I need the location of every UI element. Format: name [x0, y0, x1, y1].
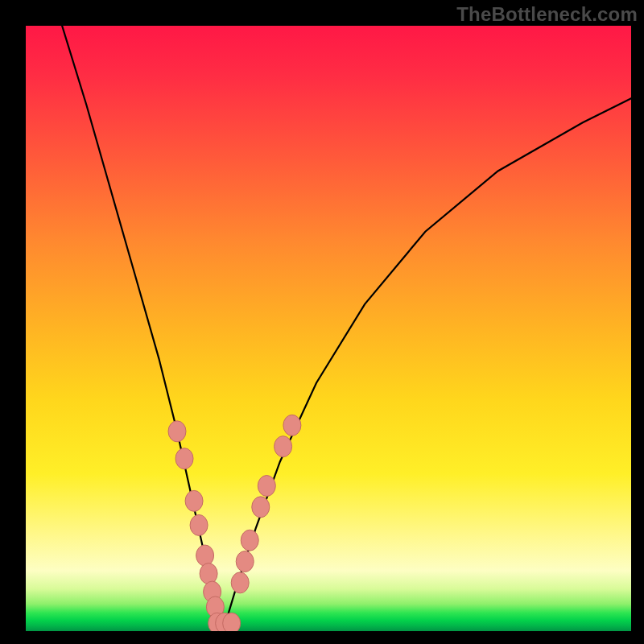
curve-marker: [190, 514, 208, 535]
curve-marker: [275, 436, 292, 457]
curve-marker: [168, 421, 186, 442]
curve-marker: [236, 551, 254, 572]
curve-marker: [200, 564, 217, 584]
bottleneck-curve: [26, 26, 631, 631]
curve-marker: [223, 613, 241, 631]
watermark-text: TheBottleneck.com: [456, 3, 638, 26]
curve-marker: [283, 415, 301, 436]
curve-marker: [241, 530, 258, 551]
plot-area: [26, 26, 631, 631]
curve-marker: [196, 545, 214, 566]
curve-marker: [175, 448, 193, 469]
curve-marker: [231, 572, 249, 593]
chart-frame: TheBottleneck.com: [0, 0, 644, 644]
curve-marker: [185, 490, 203, 511]
curve-marker: [258, 476, 275, 497]
curve-marker: [252, 497, 270, 518]
